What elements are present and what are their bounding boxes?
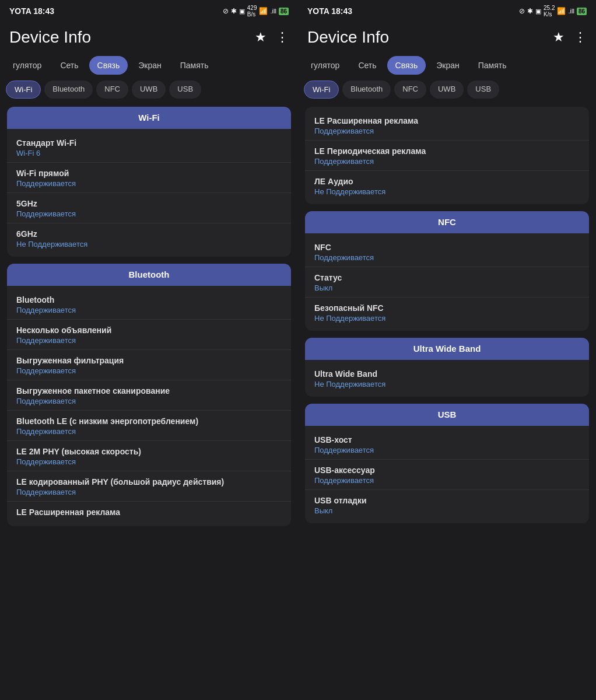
app-header: Device Info★⋮ [298, 21, 596, 54]
info-row: Bluetooth LE (с низким энергопотребление… [7, 411, 291, 441]
sub-tab-usb[interactable]: USB [467, 80, 499, 99]
info-value: Выкл [314, 284, 580, 292]
status-icons: ⊘ ✱ ▣ 429B/s 📶 .ill 86 [223, 5, 289, 18]
info-row: ЛЕ АудиоНе Поддерживается [305, 171, 589, 201]
bluetooth-icon: ✱ [231, 7, 237, 15]
info-label: Bluetooth [16, 295, 282, 304]
info-row: NFCПоддерживается [305, 237, 589, 267]
info-value: Поддерживается [314, 446, 580, 454]
nav-tab-1[interactable]: Сеть [52, 56, 86, 75]
info-row: Стандарт Wi-FiWi-Fi 6 [7, 132, 291, 163]
info-label: LE кодированный PHY (большой радиус дейс… [16, 477, 282, 487]
app-header: Device Info★⋮ [0, 21, 298, 54]
sub-tab-wi-fi[interactable]: Wi-Fi [6, 80, 41, 99]
info-row: LE Периодическая рекламаПоддерживается [305, 141, 589, 171]
nav-tab-2[interactable]: Связь [387, 56, 426, 75]
info-label: LE Периодическая реклама [314, 146, 580, 156]
section-Bluetooth: BluetoothBluetoothПоддерживаетсяНескольк… [7, 264, 291, 526]
info-value: Поддерживается [16, 488, 282, 496]
info-value: Поддерживается [314, 127, 580, 135]
info-value: Поддерживается [16, 366, 282, 375]
info-label: USB-хост [314, 435, 580, 444]
battery-icon: ▣ [535, 8, 541, 15]
info-label: Выгруженное пакетное сканирование [16, 386, 282, 396]
info-value: Не Поддерживается [314, 187, 580, 196]
sub-tab-uwb[interactable]: UWB [132, 80, 166, 99]
info-label: Безопасный NFC [314, 303, 580, 313]
nav-tab-3[interactable]: Экран [428, 56, 468, 75]
info-label: LE 2M PHY (высокая скорость) [16, 447, 282, 456]
nav-tab-0[interactable]: гулятор [5, 56, 50, 75]
sub-tab-bluetooth[interactable]: Bluetooth [342, 80, 391, 99]
info-row: 5GHzПоддерживается [7, 193, 291, 223]
info-row: Безопасный NFCНе Поддерживается [305, 298, 589, 327]
info-value: Не Поддерживается [16, 240, 282, 249]
info-row: Wi-Fi прямойПоддерживается [7, 163, 291, 193]
info-row: Несколько объявленийПоддерживается [7, 320, 291, 350]
page-title: Device Info [9, 28, 91, 47]
info-row: LE 2M PHY (высокая скорость)Поддерживает… [7, 441, 291, 471]
battery-percent-icon: 86 [279, 8, 289, 15]
info-label: Ultra Wide Band [314, 369, 580, 379]
status-icons: ⊘ ✱ ▣ 25.2K/s 📶 .ill 86 [519, 5, 587, 18]
nav-tab-0[interactable]: гулятор [303, 56, 348, 75]
data-speed-icon: 25.2K/s [544, 5, 555, 18]
nav-tab-3[interactable]: Экран [130, 56, 170, 75]
section-header: Ultra Wide Band [305, 338, 589, 360]
section-title: Bluetooth [129, 270, 170, 279]
menu-icon[interactable]: ⋮ [276, 30, 289, 45]
section-title: NFC [438, 217, 456, 227]
wifi-icon: 📶 [259, 7, 268, 15]
nav-tab-2[interactable]: Связь [89, 56, 128, 75]
content-area: LE Расширенная рекламаПоддерживаетсяLE П… [298, 102, 596, 700]
info-value: Поддерживается [16, 179, 282, 188]
status-time: YOTA 18:43 [9, 6, 54, 16]
info-label: USB-аксессуар [314, 466, 580, 475]
section-title: Ultra Wide Band [413, 344, 481, 354]
sub-tabs: Wi-FiBluetoothNFCUWBUSB [0, 77, 298, 102]
sub-tab-wi-fi[interactable]: Wi-Fi [304, 80, 339, 99]
sub-tab-uwb[interactable]: UWB [430, 80, 464, 99]
header-actions: ★⋮ [255, 30, 289, 45]
nav-tab-4[interactable]: Память [470, 56, 515, 75]
info-label: NFC [314, 243, 580, 252]
status-bar: YOTA 18:43 ⊘ ✱ ▣ 429B/s 📶 .ill 86 [0, 0, 298, 21]
nav-tabs: гуляторСетьСвязьЭкранПамять [0, 54, 298, 77]
sub-tab-nfc[interactable]: NFC [394, 80, 426, 99]
page-title: Device Info [307, 28, 389, 47]
info-row: USB-хостПоддерживается [305, 429, 589, 460]
info-row: Выгруженное пакетное сканированиеПоддерж… [7, 380, 291, 411]
info-label: Стандарт Wi-Fi [16, 138, 282, 148]
sub-tab-nfc[interactable]: NFC [96, 80, 128, 99]
battery-percent-icon: 86 [577, 8, 587, 15]
menu-icon[interactable]: ⋮ [574, 30, 587, 45]
info-label: ЛЕ Аудио [314, 177, 580, 186]
info-row: BluetoothПоддерживается [7, 289, 291, 320]
favorite-icon[interactable]: ★ [553, 30, 565, 45]
info-row: LE Расширенная реклама [7, 502, 291, 523]
sub-tab-bluetooth[interactable]: Bluetooth [44, 80, 93, 99]
section-Wi-Fi: Wi-FiСтандарт Wi-FiWi-Fi 6Wi-Fi прямойПо… [7, 107, 291, 257]
info-value: Не Поддерживается [314, 380, 580, 388]
info-label: USB отладки [314, 496, 580, 505]
wifi-icon: 📶 [557, 7, 566, 15]
nav-tab-4[interactable]: Память [172, 56, 217, 75]
info-row: СтатусВыкл [305, 267, 589, 298]
info-row: USB-аксессуарПоддерживается [305, 460, 589, 490]
nav-tab-1[interactable]: Сеть [350, 56, 384, 75]
info-value: Поддерживается [16, 209, 282, 218]
info-label: 5GHz [16, 199, 282, 208]
info-label: 6GHz [16, 229, 282, 239]
info-label: Несколько объявлений [16, 326, 282, 335]
info-value: Поддерживается [16, 306, 282, 314]
status-time: YOTA 18:43 [307, 6, 352, 16]
info-label: Wi-Fi прямой [16, 169, 282, 178]
nav-tabs: гуляторСетьСвязьЭкранПамять [298, 54, 596, 77]
battery-icon: ▣ [239, 8, 245, 15]
sub-tab-usb[interactable]: USB [169, 80, 201, 99]
section-header: USB [305, 404, 589, 426]
panel-right: YOTA 18:43 ⊘ ✱ ▣ 25.2K/s 📶 .ill 86 Devic… [298, 0, 596, 700]
favorite-icon[interactable]: ★ [255, 30, 267, 45]
info-row: Ultra Wide BandНе Поддерживается [305, 363, 589, 393]
signal-icon: .ill [568, 8, 574, 15]
